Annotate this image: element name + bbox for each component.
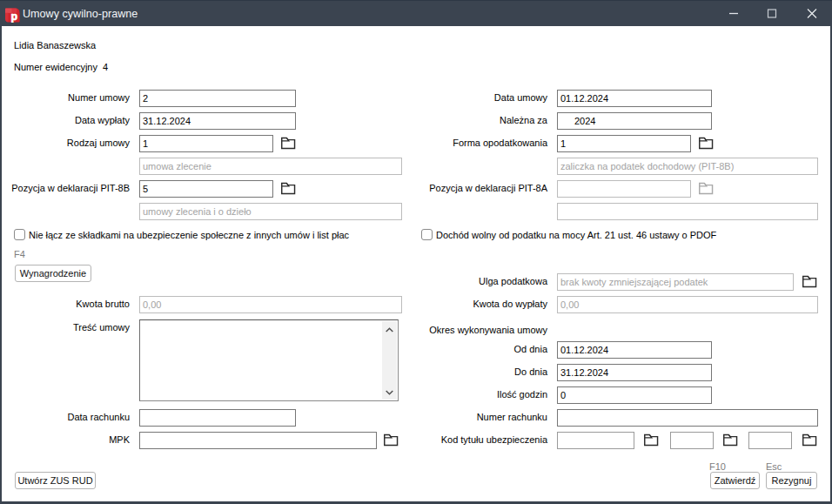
svg-text:p: p bbox=[11, 10, 18, 23]
